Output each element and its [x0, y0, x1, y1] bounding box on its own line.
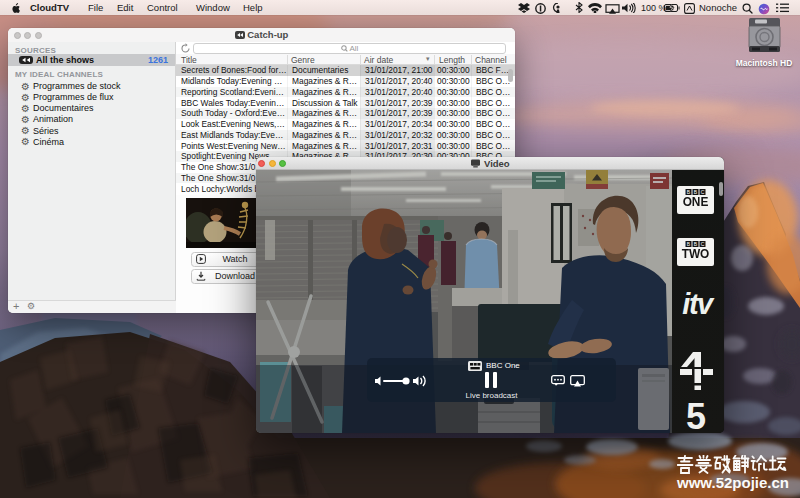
svg-text:C: C — [701, 189, 705, 195]
svg-text:C: C — [701, 241, 705, 247]
svg-text:5: 5 — [686, 396, 706, 433]
